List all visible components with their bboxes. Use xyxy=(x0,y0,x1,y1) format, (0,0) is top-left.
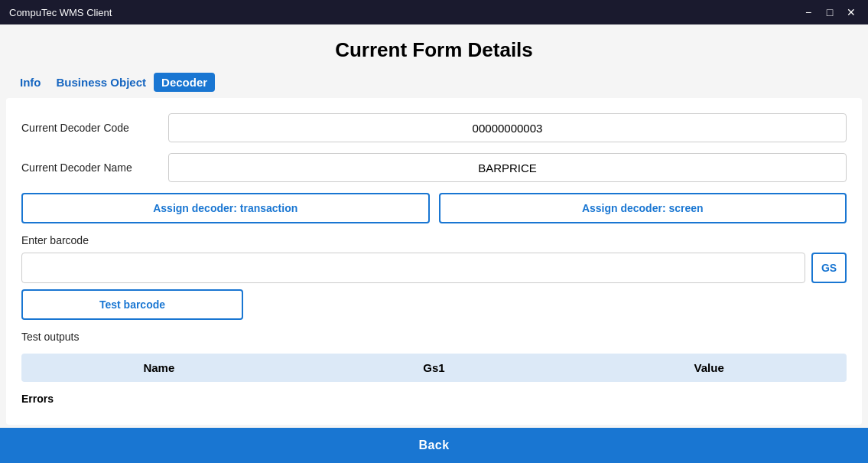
barcode-input-row: GS xyxy=(21,253,847,283)
barcode-section: Enter barcode GS Test barcode xyxy=(21,234,847,320)
gs-button[interactable]: GS xyxy=(811,253,847,283)
page-title: Current Form Details xyxy=(0,24,868,73)
decoder-code-row: Current Decoder Code xyxy=(21,113,847,142)
bottom-bar: Back xyxy=(0,428,868,463)
decoder-code-label: Current Decoder Code xyxy=(21,122,159,134)
minimize-button[interactable]: − xyxy=(801,5,816,20)
decoder-name-row: Current Decoder Name xyxy=(21,153,847,182)
assign-buttons-row: Assign decoder: transaction Assign decod… xyxy=(21,193,847,223)
assign-screen-button[interactable]: Assign decoder: screen xyxy=(439,193,847,223)
main-content: Current Form Details Info Business Objec… xyxy=(0,24,868,463)
barcode-label: Enter barcode xyxy=(21,234,847,246)
col-value: Value xyxy=(571,361,847,374)
test-barcode-button[interactable]: Test barcode xyxy=(21,289,243,320)
decoder-name-label: Current Decoder Name xyxy=(21,161,159,174)
tab-business-object[interactable]: Business Object xyxy=(49,73,154,92)
decoder-code-input[interactable] xyxy=(168,113,847,142)
form-area: Current Decoder Code Current Decoder Nam… xyxy=(6,98,862,425)
errors-section: Errors xyxy=(21,393,847,405)
close-button[interactable]: ✕ xyxy=(844,5,859,20)
test-outputs-label: Test outputs xyxy=(21,331,847,343)
window-controls: − □ ✕ xyxy=(801,5,859,20)
barcode-input[interactable] xyxy=(21,253,805,283)
col-name: Name xyxy=(21,361,297,374)
tab-info[interactable]: Info xyxy=(12,73,49,92)
back-button[interactable]: Back xyxy=(418,439,449,452)
table-header: Name Gs1 Value xyxy=(21,354,847,382)
decoder-name-input[interactable] xyxy=(168,153,847,182)
app-title: CompuTec WMS Client xyxy=(9,7,112,18)
col-gs1: Gs1 xyxy=(297,361,572,374)
errors-label: Errors xyxy=(21,393,847,405)
title-bar: CompuTec WMS Client − □ ✕ xyxy=(0,0,868,24)
tab-bar: Info Business Object Decoder xyxy=(0,73,868,98)
tab-decoder[interactable]: Decoder xyxy=(154,73,215,92)
maximize-button[interactable]: □ xyxy=(822,5,837,20)
assign-transaction-button[interactable]: Assign decoder: transaction xyxy=(21,193,430,223)
